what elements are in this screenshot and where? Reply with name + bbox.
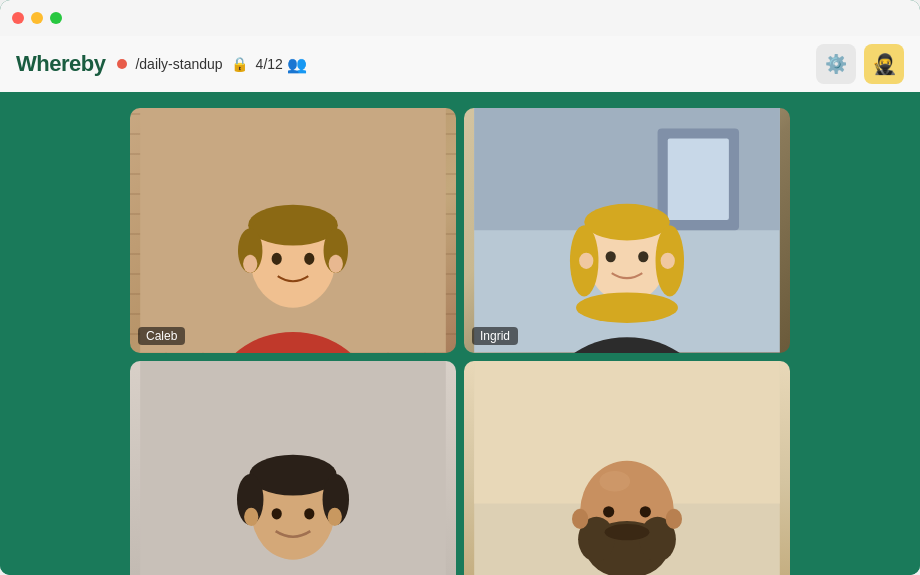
video-grid: Caleb <box>130 108 790 575</box>
people-count-icon: 👥 <box>287 55 307 74</box>
svg-point-26 <box>661 253 675 269</box>
svg-rect-15 <box>668 139 729 221</box>
title-bar <box>0 0 920 36</box>
svg-point-47 <box>605 524 650 540</box>
svg-point-24 <box>638 251 648 262</box>
svg-point-9 <box>304 253 314 265</box>
svg-point-50 <box>572 508 588 528</box>
participant-count: 4/12 👥 <box>256 55 307 74</box>
live-dot <box>117 59 127 69</box>
close-button[interactable] <box>12 12 24 24</box>
minimize-button[interactable] <box>31 12 43 24</box>
svg-point-19 <box>584 204 670 241</box>
svg-point-37 <box>328 507 342 525</box>
svg-point-8 <box>272 253 282 265</box>
settings-button[interactable]: ⚙️ <box>816 44 856 84</box>
name-tag-ingrid: Ingrid <box>472 327 518 345</box>
video-tile-caleb: Caleb <box>130 108 456 353</box>
user-avatar-button[interactable]: 🥷 <box>864 44 904 84</box>
svg-point-43 <box>599 471 630 491</box>
window-controls <box>12 12 62 24</box>
svg-point-51 <box>666 508 682 528</box>
count-value: 4/12 <box>256 56 283 72</box>
header-left: Whereby /daily-standup 🔒 4/12 👥 <box>16 51 307 77</box>
svg-point-25 <box>579 253 593 269</box>
svg-point-11 <box>329 255 343 273</box>
lock-icon: 🔒 <box>231 56 248 72</box>
name-tag-caleb: Caleb <box>138 327 185 345</box>
room-info: /daily-standup 🔒 4/12 👥 <box>117 55 306 74</box>
main-content: Caleb <box>0 92 920 575</box>
app-window: Whereby /daily-standup 🔒 4/12 👥 ⚙️ 🥷 <box>0 0 920 575</box>
header-right: ⚙️ 🥷 <box>816 44 904 84</box>
logo: Whereby <box>16 51 105 77</box>
svg-point-22 <box>576 292 678 323</box>
room-name: /daily-standup <box>135 56 222 72</box>
svg-point-35 <box>304 508 314 519</box>
svg-point-23 <box>606 251 616 262</box>
video-tile-odin: Odin <box>464 361 790 576</box>
maximize-button[interactable] <box>50 12 62 24</box>
video-tile-jamy: Jamy <box>130 361 456 576</box>
svg-point-48 <box>603 506 614 517</box>
svg-point-36 <box>244 507 258 525</box>
svg-point-5 <box>248 205 338 246</box>
header: Whereby /daily-standup 🔒 4/12 👥 ⚙️ 🥷 <box>0 36 920 92</box>
svg-point-49 <box>640 506 651 517</box>
svg-point-10 <box>243 255 257 273</box>
svg-point-34 <box>272 508 282 519</box>
video-tile-ingrid: Ingrid <box>464 108 790 353</box>
